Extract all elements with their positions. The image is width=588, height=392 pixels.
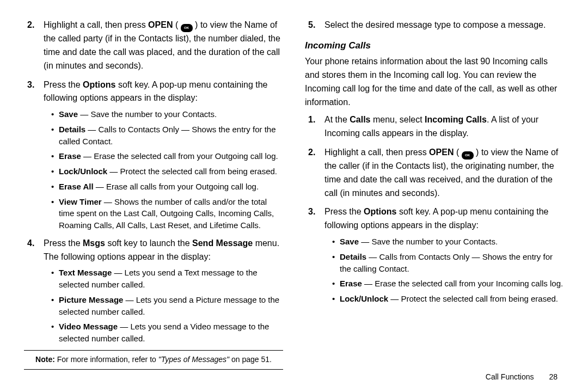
step-text: At the Calls menu, select Incoming Calls… bbox=[324, 115, 538, 138]
step-5-list: 5. Select the desired message type to co… bbox=[305, 19, 564, 32]
list-item: Video Message — Lets you send a Video me… bbox=[51, 321, 283, 345]
list-item: Text Message — Lets you send a Text mess… bbox=[51, 267, 283, 291]
step-number: 1. bbox=[308, 113, 315, 127]
step-number: 4. bbox=[27, 237, 34, 250]
list-item: Picture Message — Lets you send a Pictur… bbox=[51, 294, 283, 318]
step-text: Press the Options soft key. A pop-up men… bbox=[324, 207, 548, 230]
ok-key-icon: OK bbox=[181, 24, 193, 32]
ok-key-icon: OK bbox=[462, 151, 474, 160]
list-item: View Timer — Shows the number of calls a… bbox=[51, 196, 283, 231]
step-2: 2. Highlight a call, then press OPEN ( O… bbox=[24, 19, 283, 73]
list-item: Save — Save the number to your Contacts. bbox=[51, 108, 283, 120]
step-5: 5. Select the desired message type to co… bbox=[305, 19, 564, 32]
list-item: Erase All — Erase all calls from your Ou… bbox=[51, 181, 283, 193]
footer-page-number: 28 bbox=[549, 372, 558, 381]
incoming-intro: Your phone retains information about the… bbox=[305, 55, 564, 109]
step-number: 3. bbox=[308, 205, 315, 219]
step-number: 3. bbox=[27, 78, 34, 92]
page-footer: Call Functions 28 bbox=[486, 372, 558, 381]
list-item: Details — Calls from Contacts Only — Sho… bbox=[332, 251, 564, 275]
steps-incoming: 1. At the Calls menu, select Incoming Ca… bbox=[305, 113, 564, 304]
step-number: 2. bbox=[27, 19, 34, 32]
step-text: Press the Options soft key. A pop-up men… bbox=[44, 80, 267, 103]
step-number: 5. bbox=[308, 19, 315, 32]
list-item: Details — Calls to Contacts Only — Shows… bbox=[51, 124, 283, 148]
steps-left: 2. Highlight a call, then press OPEN ( O… bbox=[24, 19, 283, 345]
footer-section: Call Functions bbox=[486, 372, 534, 381]
step-text: Select the desired message type to compo… bbox=[324, 20, 546, 29]
list-item: Save — Save the number to your Contacts. bbox=[332, 236, 564, 248]
inc-step-1: 1. At the Calls menu, select Incoming Ca… bbox=[305, 113, 564, 140]
manual-page: 2. Highlight a call, then press OPEN ( O… bbox=[0, 0, 588, 392]
inc-step-2: 2. Highlight a call, then press OPEN ( O… bbox=[305, 146, 564, 200]
list-item: Erase — Erase the selected call from you… bbox=[51, 150, 283, 162]
incoming-options-list: Save — Save the number to your Contacts.… bbox=[324, 236, 564, 305]
step-text: Highlight a call, then press OPEN ( OK )… bbox=[44, 20, 280, 70]
step-3: 3. Press the Options soft key. A pop-up … bbox=[24, 78, 283, 231]
list-item: Lock/Unlock — Protect the selected call … bbox=[332, 293, 564, 305]
note-block: Note: For more information, refer to "Ty… bbox=[24, 350, 283, 370]
step-text: Highlight a call, then press OPEN ( OK )… bbox=[324, 148, 558, 198]
note-label: Note: bbox=[35, 355, 55, 364]
list-item: Lock/Unlock — Protect the selected call … bbox=[51, 166, 283, 177]
options-list: Save — Save the number to your Contacts.… bbox=[44, 108, 283, 231]
list-item: Erase — Erase the selected call from you… bbox=[332, 278, 564, 290]
inc-step-3: 3. Press the Options soft key. A pop-up … bbox=[305, 205, 564, 304]
incoming-calls-heading: Incoming Calls bbox=[305, 39, 564, 53]
step-number: 2. bbox=[308, 146, 315, 160]
msgs-list: Text Message — Lets you send a Text mess… bbox=[44, 267, 283, 345]
step-4: 4. Press the Msgs soft key to launch the… bbox=[24, 237, 283, 345]
step-text: Press the Msgs soft key to launch the Se… bbox=[44, 238, 279, 261]
